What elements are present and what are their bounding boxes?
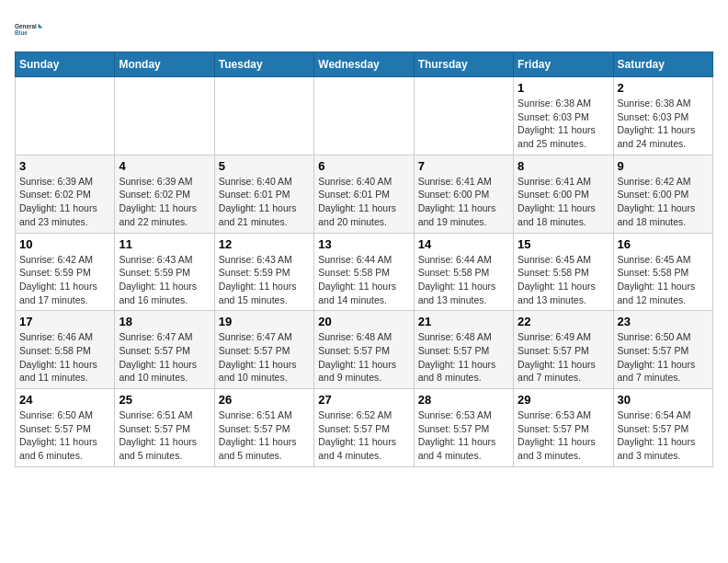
day-info: Sunrise: 6:49 AMSunset: 5:57 PMDaylight:…	[518, 330, 609, 385]
calendar-cell: 10Sunrise: 6:42 AMSunset: 5:59 PMDayligh…	[16, 233, 115, 311]
calendar-cell	[16, 77, 115, 155]
calendar-week-row: 10Sunrise: 6:42 AMSunset: 5:59 PMDayligh…	[16, 233, 713, 311]
day-info: Sunrise: 6:41 AMSunset: 6:00 PMDaylight:…	[418, 175, 509, 229]
calendar-table: SundayMondayTuesdayWednesdayThursdayFrid…	[15, 52, 713, 467]
day-info: Sunrise: 6:43 AMSunset: 5:59 PMDaylight:…	[119, 253, 210, 307]
day-number: 21	[418, 315, 509, 328]
calendar-cell	[314, 77, 414, 155]
day-info: Sunrise: 6:39 AMSunset: 6:02 PMDaylight:…	[19, 175, 110, 229]
day-number: 17	[19, 315, 110, 328]
logo: GeneralBlue	[15, 15, 44, 44]
calendar-cell: 27Sunrise: 6:52 AMSunset: 5:57 PMDayligh…	[314, 389, 414, 467]
day-number: 23	[618, 315, 709, 328]
day-info: Sunrise: 6:38 AMSunset: 6:03 PMDaylight:…	[618, 97, 709, 151]
day-info: Sunrise: 6:53 AMSunset: 5:57 PMDaylight:…	[418, 408, 509, 463]
day-number: 7	[418, 159, 509, 173]
day-number: 9	[618, 159, 709, 173]
calendar-cell: 17Sunrise: 6:46 AMSunset: 5:58 PMDayligh…	[16, 311, 115, 389]
calendar-cell: 8Sunrise: 6:41 AMSunset: 6:00 PMDaylight…	[514, 155, 613, 233]
day-info: Sunrise: 6:53 AMSunset: 5:57 PMDaylight:…	[518, 408, 609, 463]
weekday-header: Friday	[514, 52, 613, 77]
day-number: 16	[618, 237, 709, 251]
calendar-cell: 30Sunrise: 6:54 AMSunset: 5:57 PMDayligh…	[613, 389, 712, 467]
day-number: 13	[318, 237, 409, 251]
day-number: 3	[19, 159, 110, 173]
day-info: Sunrise: 6:51 AMSunset: 5:57 PMDaylight:…	[119, 408, 210, 463]
day-number: 26	[219, 393, 310, 407]
day-number: 28	[418, 393, 509, 407]
calendar-cell: 21Sunrise: 6:48 AMSunset: 5:57 PMDayligh…	[414, 311, 513, 389]
calendar-cell: 16Sunrise: 6:45 AMSunset: 5:58 PMDayligh…	[613, 233, 712, 311]
day-info: Sunrise: 6:47 AMSunset: 5:57 PMDaylight:…	[119, 330, 210, 385]
svg-text:Blue: Blue	[15, 29, 28, 36]
day-number: 22	[518, 315, 609, 328]
day-info: Sunrise: 6:39 AMSunset: 6:02 PMDaylight:…	[119, 175, 210, 229]
calendar-cell: 26Sunrise: 6:51 AMSunset: 5:57 PMDayligh…	[214, 389, 313, 467]
calendar-cell: 9Sunrise: 6:42 AMSunset: 6:00 PMDaylight…	[613, 155, 712, 233]
day-info: Sunrise: 6:47 AMSunset: 5:57 PMDaylight:…	[219, 330, 310, 385]
day-number: 2	[618, 81, 709, 95]
day-number: 12	[219, 237, 310, 251]
calendar-cell: 11Sunrise: 6:43 AMSunset: 5:59 PMDayligh…	[115, 233, 214, 311]
day-number: 11	[119, 237, 210, 251]
day-number: 25	[119, 393, 210, 407]
calendar-cell: 25Sunrise: 6:51 AMSunset: 5:57 PMDayligh…	[115, 389, 214, 467]
page-header: GeneralBlue	[15, 15, 713, 44]
day-number: 10	[19, 237, 110, 251]
weekday-header: Sunday	[16, 52, 115, 77]
calendar-cell	[214, 77, 313, 155]
calendar-cell: 14Sunrise: 6:44 AMSunset: 5:58 PMDayligh…	[414, 233, 513, 311]
calendar-cell: 24Sunrise: 6:50 AMSunset: 5:57 PMDayligh…	[16, 389, 115, 467]
logo-icon: GeneralBlue	[15, 15, 44, 44]
calendar-cell: 19Sunrise: 6:47 AMSunset: 5:57 PMDayligh…	[214, 311, 313, 389]
day-info: Sunrise: 6:50 AMSunset: 5:57 PMDaylight:…	[618, 330, 709, 385]
day-info: Sunrise: 6:42 AMSunset: 5:59 PMDaylight:…	[19, 253, 110, 307]
calendar-week-row: 24Sunrise: 6:50 AMSunset: 5:57 PMDayligh…	[16, 389, 713, 467]
calendar-cell: 3Sunrise: 6:39 AMSunset: 6:02 PMDaylight…	[16, 155, 115, 233]
weekday-header: Thursday	[414, 52, 513, 77]
day-info: Sunrise: 6:50 AMSunset: 5:57 PMDaylight:…	[19, 408, 110, 463]
day-info: Sunrise: 6:45 AMSunset: 5:58 PMDaylight:…	[518, 253, 609, 307]
calendar-cell: 12Sunrise: 6:43 AMSunset: 5:59 PMDayligh…	[214, 233, 313, 311]
calendar-cell: 23Sunrise: 6:50 AMSunset: 5:57 PMDayligh…	[613, 311, 712, 389]
day-info: Sunrise: 6:54 AMSunset: 5:57 PMDaylight:…	[618, 408, 709, 463]
day-info: Sunrise: 6:42 AMSunset: 6:00 PMDaylight:…	[618, 175, 709, 229]
day-info: Sunrise: 6:40 AMSunset: 6:01 PMDaylight:…	[318, 175, 409, 229]
calendar-cell: 1Sunrise: 6:38 AMSunset: 6:03 PMDaylight…	[514, 77, 613, 155]
day-number: 29	[518, 393, 609, 407]
calendar-cell	[414, 77, 513, 155]
weekday-header: Wednesday	[314, 52, 414, 77]
calendar-cell: 15Sunrise: 6:45 AMSunset: 5:58 PMDayligh…	[514, 233, 613, 311]
day-number: 6	[318, 159, 409, 173]
calendar-cell: 2Sunrise: 6:38 AMSunset: 6:03 PMDaylight…	[613, 77, 712, 155]
calendar-cell	[115, 77, 214, 155]
weekday-header: Saturday	[613, 52, 712, 77]
day-info: Sunrise: 6:43 AMSunset: 5:59 PMDaylight:…	[219, 253, 310, 307]
weekday-header: Monday	[115, 52, 214, 77]
day-info: Sunrise: 6:46 AMSunset: 5:58 PMDaylight:…	[19, 330, 110, 385]
day-info: Sunrise: 6:44 AMSunset: 5:58 PMDaylight:…	[318, 253, 409, 307]
calendar-cell: 7Sunrise: 6:41 AMSunset: 6:00 PMDaylight…	[414, 155, 513, 233]
calendar-cell: 6Sunrise: 6:40 AMSunset: 6:01 PMDaylight…	[314, 155, 414, 233]
calendar-week-row: 1Sunrise: 6:38 AMSunset: 6:03 PMDaylight…	[16, 77, 713, 155]
day-number: 4	[119, 159, 210, 173]
day-info: Sunrise: 6:48 AMSunset: 5:57 PMDaylight:…	[318, 330, 409, 385]
day-info: Sunrise: 6:44 AMSunset: 5:58 PMDaylight:…	[418, 253, 509, 307]
day-number: 27	[318, 393, 409, 407]
day-number: 30	[618, 393, 709, 407]
calendar-cell: 22Sunrise: 6:49 AMSunset: 5:57 PMDayligh…	[514, 311, 613, 389]
day-info: Sunrise: 6:48 AMSunset: 5:57 PMDaylight:…	[418, 330, 509, 385]
calendar-cell: 5Sunrise: 6:40 AMSunset: 6:01 PMDaylight…	[214, 155, 313, 233]
day-info: Sunrise: 6:52 AMSunset: 5:57 PMDaylight:…	[318, 408, 409, 463]
day-number: 18	[119, 315, 210, 328]
svg-text:General: General	[15, 23, 37, 29]
day-number: 20	[318, 315, 409, 328]
calendar-cell: 28Sunrise: 6:53 AMSunset: 5:57 PMDayligh…	[414, 389, 513, 467]
calendar-header-row: SundayMondayTuesdayWednesdayThursdayFrid…	[16, 52, 713, 77]
calendar-week-row: 3Sunrise: 6:39 AMSunset: 6:02 PMDaylight…	[16, 155, 713, 233]
day-number: 24	[19, 393, 110, 407]
calendar-cell: 4Sunrise: 6:39 AMSunset: 6:02 PMDaylight…	[115, 155, 214, 233]
weekday-header: Tuesday	[214, 52, 313, 77]
calendar-cell: 20Sunrise: 6:48 AMSunset: 5:57 PMDayligh…	[314, 311, 414, 389]
calendar-cell: 13Sunrise: 6:44 AMSunset: 5:58 PMDayligh…	[314, 233, 414, 311]
